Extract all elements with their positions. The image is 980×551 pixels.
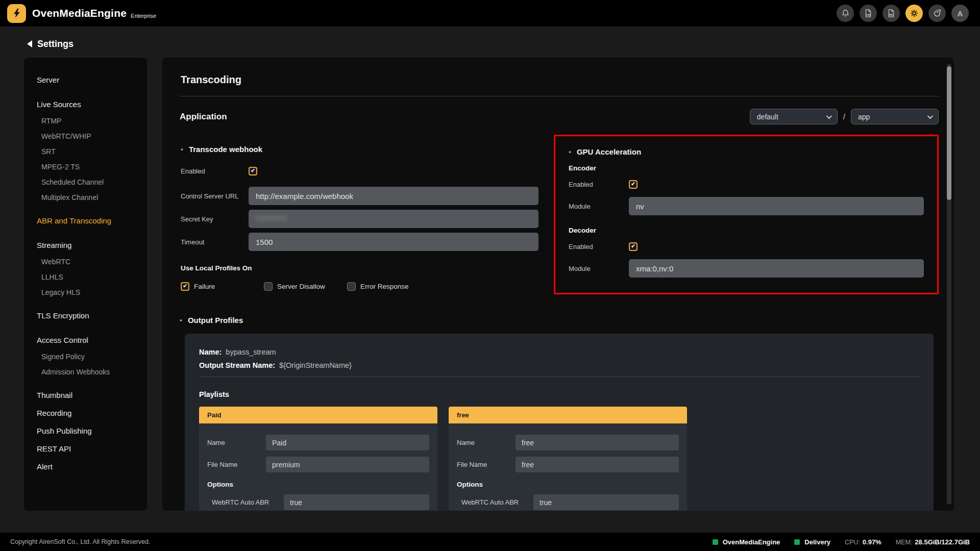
brand-name: OvenMediaEngine <box>32 7 127 19</box>
sidebar-item-streaming[interactable]: Streaming <box>32 236 142 254</box>
encoder-enabled-label: Enabled <box>569 181 629 188</box>
output-stream-name-line: Output Stream Name: ${OriginStreamName} <box>199 361 919 369</box>
gear-icon <box>909 8 919 18</box>
failure-checkbox[interactable] <box>181 282 189 291</box>
sidebar-item-signed-policy[interactable]: Signed Policy <box>32 349 142 364</box>
restart-button[interactable] <box>928 5 946 22</box>
playlist-options-label: Options <box>457 481 679 488</box>
transcode-webhook-section: Transcode webhook Enabled Control Server… <box>180 135 550 291</box>
webrtc-auto-abr-row: WebRTC Auto ABR <box>457 494 679 510</box>
sidebar-item-recording[interactable]: Recording <box>32 404 142 422</box>
failure-label: Failure <box>194 283 215 290</box>
settings-button[interactable] <box>905 5 923 22</box>
playlist-name-row: Name <box>207 435 429 450</box>
secret-key-row: Secret Key ******** <box>181 210 538 228</box>
encoder-module-input[interactable] <box>629 197 924 215</box>
scrollbar-track[interactable] <box>947 64 951 505</box>
divider <box>199 377 919 377</box>
content-layout: Server Live Sources RTMP WebRTC/WHIP SRT… <box>24 58 954 511</box>
server-disallow-checkbox[interactable] <box>264 282 273 291</box>
sidebar-item-tls-encryption[interactable]: TLS Encryption <box>32 307 142 324</box>
navbar-icons: LOG XML <box>837 5 969 22</box>
playlist-header: free <box>449 407 687 423</box>
xml-file-icon: XML <box>886 8 896 18</box>
sidebar-item-abr-and-transcoding[interactable]: ABR and Transcoding <box>32 212 142 230</box>
footer-status-group: OvenMediaEngine Delivery CPU:0.97% MEM:2… <box>713 538 970 546</box>
webrtc-auto-abr-row: WebRTC Auto ABR <box>207 494 429 510</box>
profile-name-label: Name: <box>199 348 222 356</box>
app-select[interactable]: app <box>851 109 939 124</box>
vhost-app-separator: / <box>843 112 845 121</box>
decoder-enabled-checkbox[interactable] <box>629 242 638 251</box>
output-stream-name-label: Output Stream Name: <box>199 361 275 369</box>
encoder-title: Encoder <box>569 164 924 172</box>
playlist-name-input[interactable] <box>266 435 429 450</box>
sidebar-item-live-sources[interactable]: Live Sources <box>32 95 142 113</box>
breadcrumb[interactable]: Settings <box>0 27 980 51</box>
webrtc-auto-abr-label: WebRTC Auto ABR <box>457 498 533 506</box>
secret-key-input[interactable]: ******** <box>249 210 538 228</box>
copyright-text: Copyright AirenSoft Co., Ltd. All Rights… <box>10 538 150 545</box>
timeout-row: Timeout <box>181 233 538 251</box>
avatar-initial: A <box>958 9 963 18</box>
sidebar-item-alert[interactable]: Alert <box>32 458 142 475</box>
cpu-label: CPU: <box>845 539 860 546</box>
playlist-file-name-row: File Name <box>207 457 429 472</box>
brand-logo <box>7 4 26 23</box>
status-ovenmediaengine: OvenMediaEngine <box>713 538 780 546</box>
scrollbar-thumb[interactable] <box>947 66 951 200</box>
sidebar-item-mpeg2-ts[interactable]: MPEG-2 TS <box>32 159 142 174</box>
status-delivery: Delivery <box>794 538 830 546</box>
control-server-url-row: Control Server URL <box>181 187 538 205</box>
user-avatar[interactable]: A <box>951 5 969 22</box>
output-stream-name-value: ${OriginStreamName} <box>279 361 352 369</box>
decoder-title: Decoder <box>569 227 924 234</box>
sidebar-item-webrtc-whip[interactable]: WebRTC/WHIP <box>32 129 142 144</box>
encoder-module-label: Module <box>569 203 629 210</box>
sidebar-item-multiplex-channel[interactable]: Multiplex Channel <box>32 190 142 205</box>
log-file-button[interactable]: LOG <box>860 5 877 22</box>
webrtc-auto-abr-input[interactable] <box>533 494 679 510</box>
sidebar-item-access-control[interactable]: Access Control <box>32 331 142 349</box>
settings-sidebar: Server Live Sources RTMP WebRTC/WHIP SRT… <box>24 58 147 511</box>
webhook-enabled-checkbox[interactable] <box>249 167 257 176</box>
control-server-url-input[interactable] <box>249 187 538 205</box>
status-green-indicator <box>794 539 800 545</box>
sidebar-item-server[interactable]: Server <box>32 71 142 89</box>
back-arrow-icon <box>27 40 32 47</box>
xml-config-button[interactable]: XML <box>883 5 900 22</box>
vhost-select[interactable]: default <box>750 109 838 124</box>
playlist-name-input[interactable] <box>516 435 679 450</box>
decoder-module-input[interactable] <box>629 259 924 278</box>
webrtc-auto-abr-input[interactable] <box>284 494 429 510</box>
playlist-body: Name File Name Options WebRTC Auto ABR <box>199 423 437 511</box>
playlist-file-name-row: File Name <box>457 457 679 472</box>
secret-key-label: Secret Key <box>181 215 249 223</box>
error-response-checkbox[interactable] <box>347 282 356 291</box>
sidebar-item-push-publishing[interactable]: Push Publishing <box>32 422 142 440</box>
playlists-row: Paid Name File Name Options <box>199 407 919 511</box>
page-breadcrumb-title: Settings <box>37 39 74 49</box>
cpu-metric: CPU:0.97% <box>845 538 881 546</box>
sidebar-item-srt[interactable]: SRT <box>32 144 142 159</box>
notifications-button[interactable] <box>837 5 854 22</box>
brand-badge: Enterprise <box>131 13 156 19</box>
mem-label: MEM: <box>896 539 913 546</box>
svg-text:LOG: LOG <box>866 14 870 17</box>
sidebar-item-admission-webhooks[interactable]: Admission Webhooks <box>32 364 142 380</box>
use-local-profiles-label: Use Local Profiles On <box>181 264 538 272</box>
sidebar-item-thumbnail[interactable]: Thumbnail <box>32 386 142 404</box>
playlist-file-name-input[interactable] <box>266 457 429 472</box>
local-profiles-checkbox-row: Failure Server Disallow Error Response <box>181 282 538 291</box>
vhost-app-selectors: default / app <box>750 109 939 124</box>
timeout-input[interactable] <box>249 233 538 251</box>
sidebar-item-rest-api[interactable]: REST API <box>32 440 142 458</box>
sidebar-item-legacy-hls[interactable]: Legacy HLS <box>32 285 142 300</box>
playlist-file-name-input[interactable] <box>516 457 679 472</box>
encoder-enabled-checkbox[interactable] <box>629 180 638 189</box>
sidebar-item-webrtc[interactable]: WebRTC <box>32 254 142 269</box>
webhook-enabled-label: Enabled <box>181 167 249 175</box>
sidebar-item-llhls[interactable]: LLHLS <box>32 269 142 285</box>
sidebar-item-scheduled-channel[interactable]: Scheduled Channel <box>32 174 142 190</box>
sidebar-item-rtmp[interactable]: RTMP <box>32 113 142 129</box>
